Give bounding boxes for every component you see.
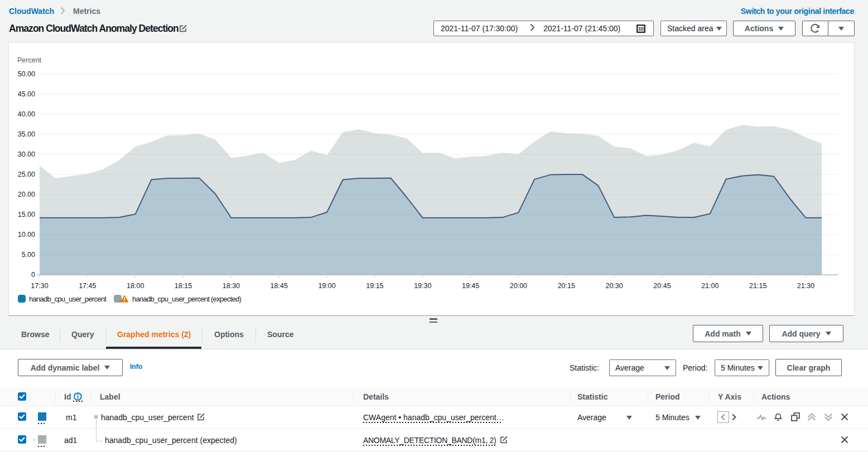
- svg-text:45.00: 45.00: [18, 90, 35, 98]
- svg-text:Percent: Percent: [17, 56, 42, 64]
- svg-text:18:15: 18:15: [175, 282, 192, 290]
- svg-text:20:15: 20:15: [558, 282, 575, 290]
- svg-text:18:30: 18:30: [223, 282, 240, 290]
- svg-text:17:30: 17:30: [31, 282, 48, 290]
- svg-text:20:45: 20:45: [653, 282, 671, 290]
- svg-text:0: 0: [31, 271, 35, 279]
- svg-text:20:00: 20:00: [510, 282, 527, 290]
- svg-text:30.00: 30.00: [18, 150, 35, 158]
- svg-text:20:30: 20:30: [605, 282, 623, 290]
- svg-text:21:15: 21:15: [749, 282, 766, 290]
- svg-text:20.00: 20.00: [18, 191, 35, 198]
- svg-text:35.00: 35.00: [18, 130, 35, 138]
- svg-text:10.00: 10.00: [18, 231, 35, 239]
- svg-text:19:15: 19:15: [366, 282, 383, 290]
- svg-text:25.00: 25.00: [18, 171, 35, 178]
- svg-text:19:00: 19:00: [318, 282, 335, 290]
- svg-text:21:00: 21:00: [701, 282, 718, 290]
- svg-text:40.00: 40.00: [18, 110, 35, 118]
- svg-text:15.00: 15.00: [18, 211, 35, 218]
- svg-text:18:45: 18:45: [271, 282, 288, 290]
- svg-text:19:45: 19:45: [462, 282, 479, 290]
- svg-text:21:30: 21:30: [797, 282, 814, 290]
- svg-text:5.00: 5.00: [22, 251, 35, 259]
- svg-text:19:30: 19:30: [414, 282, 431, 290]
- svg-text:18:00: 18:00: [127, 282, 144, 290]
- svg-text:17:45: 17:45: [79, 282, 96, 290]
- svg-text:50.00: 50.00: [18, 70, 35, 78]
